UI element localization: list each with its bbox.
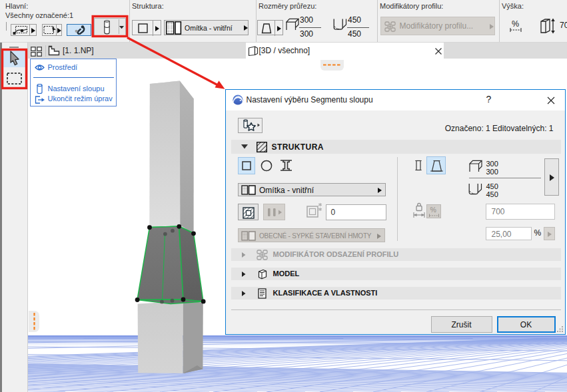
svg-text:%: %	[430, 206, 436, 214]
svg-text:%: %	[512, 19, 519, 29]
